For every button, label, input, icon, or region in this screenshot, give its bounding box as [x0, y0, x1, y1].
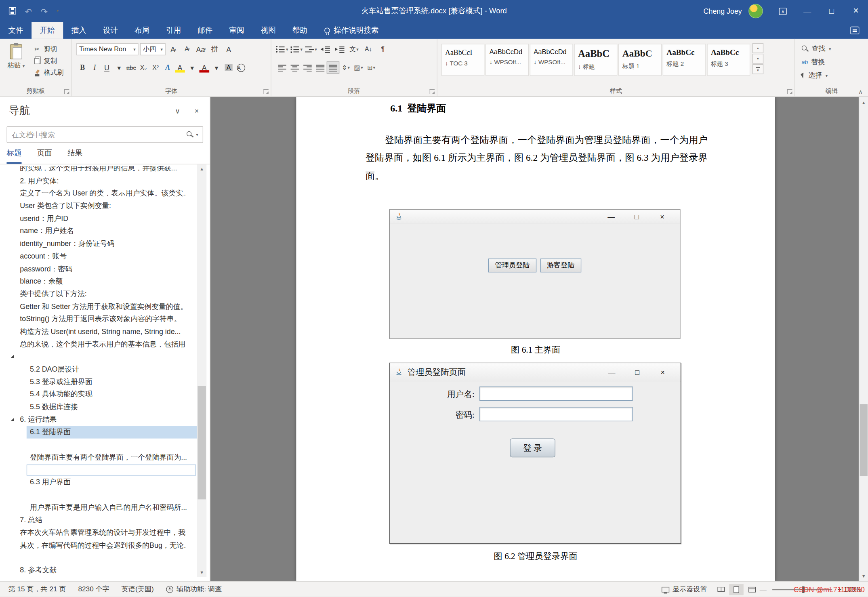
document-page[interactable]: 6.1 登陆界面 登陆界面主要有两个登陆界面，一个登陆界面为管理员登陆界面，一个… [296, 97, 775, 581]
nav-tab-标题[interactable]: 标题 [6, 148, 21, 164]
justify-button[interactable] [314, 61, 327, 74]
bullets-button[interactable]: ▾ [276, 43, 289, 55]
undo-icon[interactable]: ↶ [25, 7, 32, 15]
nav-item[interactable]: 登陆界面主要有两个登陆界面，一个登陆界面为... [0, 451, 197, 464]
font-family-select[interactable]: Times New Ron▾ [76, 43, 139, 55]
scroll-up-icon[interactable]: ▲ [859, 98, 868, 107]
shading-button[interactable]: ▨▾ [352, 61, 365, 74]
nav-item[interactable]: blance：余额 [0, 275, 197, 288]
nav-close-icon[interactable]: × [195, 107, 199, 115]
nav-item[interactable]: 5.2 DAO层设计 [0, 363, 197, 376]
tab-审阅[interactable]: 审阅 [221, 22, 252, 39]
section-heading[interactable]: 6.1 登陆界面 [390, 101, 446, 115]
clipboard-dialog-launcher-icon[interactable] [64, 89, 69, 94]
copy-button[interactable]: 复制 [33, 55, 69, 67]
select-button[interactable]: 选择▾ [797, 69, 866, 82]
style-item-标题 3[interactable]: AaBbCc标题 3 [707, 44, 750, 76]
bold-button[interactable]: B [76, 61, 88, 74]
figure1-caption[interactable]: 图 6.1 主界面 [296, 345, 775, 356]
display-settings-button[interactable]: 显示器设置 [655, 584, 713, 594]
style-item-标题[interactable]: AaBbC↓ 标题 [574, 44, 617, 76]
search-caret-icon[interactable]: ▾ [196, 132, 198, 137]
tab-插入[interactable]: 插入 [63, 22, 95, 39]
zoom-out-button[interactable]: — [760, 586, 767, 593]
collapse-triangle-icon[interactable] [11, 355, 14, 358]
close-button[interactable]: × [844, 0, 868, 22]
character-shading-button[interactable]: A [223, 61, 235, 74]
nav-tab-结果[interactable]: 结果 [67, 148, 82, 164]
nav-item[interactable]: account：账号 [0, 250, 197, 263]
highlight-caret-icon[interactable]: ▾ [186, 61, 198, 74]
figure-admin-login-window[interactable]: 管理员登陆页面 — □ × 用户名: 密码: 登 录 [389, 363, 681, 544]
nav-item[interactable]: 定义了一个名为 User 的类，表示用户实体。该类实... [0, 187, 197, 200]
subscript-button[interactable]: X₂ [137, 61, 149, 74]
nav-item[interactable]: 构造方法 User(int userid, String name, Strin… [0, 326, 197, 338]
nav-search-box[interactable]: ▾ [6, 126, 203, 143]
nav-item[interactable]: 其次，在编写代码的过程中会遇到很多的Bug，无论... [0, 539, 197, 552]
increase-indent-button[interactable] [333, 43, 346, 55]
nav-item[interactable]: 7. 总结 [0, 514, 197, 526]
web-layout-button[interactable] [745, 584, 759, 595]
nav-scrollbar[interactable]: ▲ ▼ [197, 164, 206, 577]
font-size-select[interactable]: 小四▾ [140, 43, 166, 55]
nav-options-chevron-icon[interactable]: ∨ [175, 107, 180, 115]
nav-item[interactable]: identity_number：身份证号码 [0, 238, 197, 250]
strikethrough-button[interactable]: abc [125, 61, 137, 74]
align-left-button[interactable] [276, 61, 289, 74]
font-color-caret-icon[interactable]: ▾ [210, 61, 223, 74]
nav-item[interactable]: 类中提供了以下方法: [0, 288, 197, 301]
scroll-up-icon[interactable]: ▲ [197, 164, 206, 173]
underline-caret-icon[interactable]: ▾ [113, 61, 125, 74]
style-item-WPSOff...[interactable]: AaBbCcDd↓ WPSOff... [485, 44, 529, 76]
change-case-button[interactable]: Aa▾ [195, 43, 207, 55]
nav-empty-item[interactable] [0, 464, 197, 476]
document-scrollbar-thumb[interactable] [860, 404, 868, 476]
line-spacing-button[interactable]: ⇕▾ [339, 61, 352, 74]
style-item-标题 2[interactable]: AaBbCc标题 2 [663, 44, 706, 76]
phonetic-guide-button[interactable]: 拼 [209, 43, 221, 55]
figure2-caption[interactable]: 图 6.2 管理员登录界面 [296, 551, 775, 563]
nav-item[interactable]: Getter 和 Setter 方法用于获取和设置实例变量的值。 [0, 301, 197, 313]
scroll-down-icon[interactable]: ▼ [197, 568, 206, 577]
tell-me-search[interactable]: 操作说明搜索 [324, 22, 378, 39]
enclose-characters-button[interactable]: A [235, 61, 247, 74]
font-color-button[interactable]: A [198, 61, 210, 74]
nav-item[interactable]: name：用户姓名 [0, 225, 197, 238]
save-icon[interactable] [9, 7, 16, 15]
qat-customize-caret-icon[interactable]: ▾ [57, 9, 59, 13]
replace-button[interactable]: ab替换 [797, 55, 866, 69]
style-gallery-down-icon[interactable]: ▾ [752, 54, 763, 64]
nav-tab-页面[interactable]: 页面 [37, 148, 52, 164]
print-layout-button[interactable] [729, 584, 744, 595]
avatar[interactable] [748, 4, 763, 19]
collapse-ribbon-icon[interactable]: ∧ [859, 88, 863, 95]
page-indicator[interactable]: 第 15 页，共 21 页 [2, 584, 72, 594]
nav-item[interactable]: 用户界面主要是用户输入自己的用户名和密码所... [0, 501, 197, 514]
clear-formatting-button[interactable]: A [223, 43, 235, 55]
figure-main-window[interactable]: — □ × 管理员登陆 游客登陆 [389, 209, 681, 339]
nav-item[interactable]: 在本次火车站售票管理系统的设计与开发过程中，我... [0, 526, 197, 539]
text-effects-button[interactable]: A [162, 61, 174, 74]
multilevel-list-button[interactable]: ▾ [305, 43, 317, 55]
maximize-button[interactable]: □ [820, 0, 844, 22]
zoom-in-button[interactable]: + [837, 586, 841, 593]
minimize-button[interactable]: — [795, 0, 819, 22]
tab-引用[interactable]: 引用 [158, 22, 189, 39]
nav-item[interactable]: 6.1 登陆界面 [0, 426, 197, 439]
nav-item[interactable]: 8. 参考文献 [0, 564, 197, 577]
ribbon-display-options-icon[interactable]: ∧ [771, 0, 795, 22]
tab-开始[interactable]: 开始 [32, 22, 63, 39]
nav-item[interactable]: 5.5 数据库连接 [0, 401, 197, 413]
nav-item[interactable]: 总的来说，这个类用于表示用户的基本信息，包括用... [0, 338, 197, 351]
tab-设计[interactable]: 设计 [95, 22, 126, 39]
superscript-button[interactable]: X² [149, 61, 162, 74]
show-marks-button[interactable]: ¶ [376, 43, 389, 55]
style-item-TOC 3[interactable]: AaBbCcI↓ TOC 3 [441, 44, 484, 76]
accessibility-status[interactable]: 辅助功能: 调查 [160, 584, 228, 594]
redo-icon[interactable]: ↷ [41, 7, 48, 15]
language-indicator[interactable]: 英语(美国) [116, 584, 160, 594]
tab-视图[interactable]: 视图 [252, 22, 284, 39]
body-paragraph[interactable]: 登陆界面主要有两个登陆界面，一个登陆界面为管理员登陆界面，一个为用户登陆界面，如… [366, 131, 708, 185]
style-item-标题 1[interactable]: AaBbC标题 1 [618, 44, 662, 76]
word-count[interactable]: 8230 个字 [72, 584, 115, 594]
